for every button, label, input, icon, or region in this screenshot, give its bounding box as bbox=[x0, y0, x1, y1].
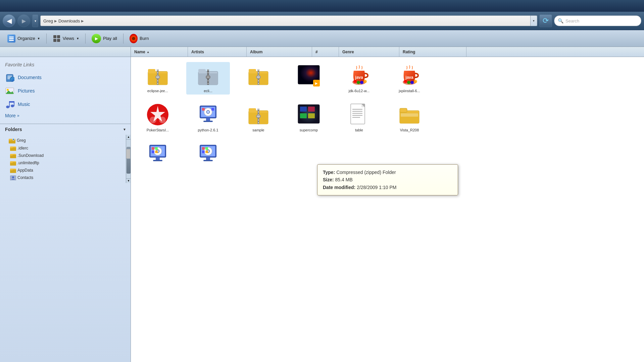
file-row-2: PokerStarsI... bbox=[136, 101, 639, 134]
col-header-rating[interactable]: Rating bbox=[399, 47, 466, 57]
address-path[interactable]: Greg ▶ Downloads ▶ bbox=[40, 15, 531, 26]
tree-item-appdata[interactable]: AppData bbox=[0, 167, 126, 174]
col-header-spacer bbox=[0, 47, 131, 57]
svg-point-66 bbox=[404, 80, 407, 83]
tree-item-greg[interactable]: Greg bbox=[0, 136, 126, 144]
file-item-table[interactable]: table bbox=[337, 101, 381, 134]
views-button[interactable]: Views ▼ bbox=[49, 33, 83, 45]
folders-header[interactable]: Folders ▾ bbox=[0, 124, 131, 135]
jdk-icon: java bbox=[347, 64, 371, 87]
zip-3-icon bbox=[247, 64, 270, 87]
documents-label: Documents bbox=[18, 75, 42, 80]
scrollbar-down-button[interactable]: ▼ bbox=[126, 178, 131, 183]
folder-small-icon-3 bbox=[10, 160, 16, 166]
col-header-name[interactable]: Name ▲ bbox=[131, 47, 188, 57]
svg-rect-114 bbox=[153, 160, 162, 161]
file-item-jdk[interactable]: java jdk-6u12-w... bbox=[337, 62, 381, 95]
svg-rect-82 bbox=[211, 108, 214, 111]
views-dropdown-icon: ▼ bbox=[76, 37, 79, 40]
scrollbar-up-button[interactable]: ▲ bbox=[126, 135, 131, 139]
file-grid: eclipse-jee... bbox=[131, 57, 644, 362]
svg-point-73 bbox=[159, 117, 166, 123]
address-dropdown-button[interactable]: ▾ bbox=[531, 15, 537, 26]
tree-item-idlerc[interactable]: .idlerc bbox=[0, 144, 126, 152]
svg-rect-127 bbox=[205, 147, 208, 150]
svg-rect-29 bbox=[10, 161, 13, 163]
music-icon bbox=[5, 100, 14, 109]
views-icon bbox=[53, 35, 61, 43]
horizontal-scrollbar-thumb[interactable] bbox=[126, 149, 131, 159]
file-item-pokerstars[interactable]: PokerStarsI... bbox=[136, 101, 180, 134]
sidebar-item-documents[interactable]: Documents bbox=[0, 71, 131, 84]
svg-rect-124 bbox=[206, 157, 210, 160]
svg-rect-0 bbox=[9, 37, 14, 38]
burn-icon bbox=[130, 35, 138, 43]
col-header-album[interactable]: Album bbox=[247, 47, 312, 57]
play-all-icon: ▶ bbox=[92, 34, 101, 43]
supercomp-label: supercomp bbox=[300, 128, 318, 132]
folder-small-icon-4 bbox=[10, 168, 16, 173]
tree-item-unlimitedftp[interactable]: .unlimitedftp bbox=[0, 159, 126, 167]
svg-text:java: java bbox=[355, 75, 363, 80]
tree-scrollbar[interactable]: ▲ ▼ bbox=[126, 135, 131, 183]
svg-point-72 bbox=[150, 117, 156, 123]
views-label: Views bbox=[63, 36, 74, 41]
sidebar-more-link[interactable]: More » bbox=[0, 111, 131, 120]
col-header-artists[interactable]: Artists bbox=[188, 47, 247, 57]
burn-button[interactable]: Burn bbox=[126, 33, 152, 45]
sidebar-item-music[interactable]: Music bbox=[0, 98, 131, 111]
refresh-button[interactable]: ⟳ bbox=[539, 14, 552, 27]
eclipse-jee-label: eclipse-jee... bbox=[147, 89, 168, 93]
file-item-setup-2[interactable] bbox=[186, 140, 230, 169]
col-header-hash[interactable]: # bbox=[312, 47, 339, 57]
svg-point-62 bbox=[360, 81, 363, 84]
file-item-python[interactable]: python-2.6.1 bbox=[186, 101, 230, 134]
file-item-eclipse-2[interactable]: ecli... bbox=[186, 62, 230, 95]
music-label: Music bbox=[18, 102, 30, 107]
toolbar-separator-2 bbox=[85, 34, 86, 44]
play-all-button[interactable]: ▶ Play all bbox=[88, 33, 120, 45]
svg-rect-37 bbox=[148, 69, 155, 73]
file-item-image[interactable]: ▶ bbox=[287, 62, 331, 95]
vista-icon bbox=[398, 103, 421, 126]
file-item-vista[interactable]: Vista_R208 bbox=[388, 101, 431, 134]
play-overlay-icon: ▶ bbox=[313, 80, 320, 86]
file-item-jxpi[interactable]: java jxpiinstall-6... bbox=[388, 62, 431, 95]
tree-greg-label: Greg bbox=[17, 138, 26, 143]
back-button[interactable]: ◀ bbox=[3, 14, 15, 27]
nav-dropdown-button[interactable]: ▾ bbox=[32, 14, 38, 27]
search-box[interactable]: 🔍 Search bbox=[554, 15, 641, 26]
svg-rect-79 bbox=[206, 118, 210, 121]
col-header-genre[interactable]: Genre bbox=[339, 47, 399, 57]
tree-sundownload-label: .SunDownload bbox=[17, 153, 44, 158]
folders-chevron-icon: ▾ bbox=[123, 127, 126, 132]
file-item-supercomp[interactable]: supercomp bbox=[287, 101, 331, 134]
svg-rect-92 bbox=[300, 107, 307, 112]
sidebar: Favorite Links Documents bbox=[0, 57, 131, 362]
svg-point-63 bbox=[363, 80, 367, 83]
forward-button[interactable]: ▶ bbox=[17, 14, 30, 27]
sidebar-item-pictures[interactable]: Pictures bbox=[0, 84, 131, 98]
contacts-icon bbox=[10, 175, 16, 180]
tree-item-sundownload[interactable]: .SunDownload bbox=[0, 152, 126, 159]
tooltip: Type: Compressed (zipped) Folder Size: 8… bbox=[317, 164, 458, 195]
svg-point-13 bbox=[11, 105, 14, 107]
breadcrumb-arrow-1: ▶ bbox=[54, 19, 57, 23]
tooltip-size-line: Size: 85.4 MB bbox=[323, 176, 452, 183]
svg-point-20 bbox=[12, 138, 14, 140]
tree-item-contacts[interactable]: Contacts bbox=[0, 174, 126, 181]
file-item-setup-1[interactable] bbox=[136, 140, 180, 169]
svg-rect-106 bbox=[400, 108, 407, 112]
file-item-sample[interactable]: sample bbox=[237, 101, 280, 134]
svg-rect-93 bbox=[308, 107, 315, 112]
python-label: python-2.6.1 bbox=[198, 128, 218, 132]
file-item-zip-3[interactable] bbox=[237, 62, 280, 95]
file-item-eclipse-jee[interactable]: eclipse-jee... bbox=[136, 62, 180, 95]
svg-rect-81 bbox=[202, 108, 205, 111]
organize-button[interactable]: Organize ▼ bbox=[4, 33, 44, 45]
svg-rect-113 bbox=[156, 157, 160, 160]
svg-point-12 bbox=[6, 106, 9, 108]
svg-rect-128 bbox=[202, 150, 205, 153]
pokerstars-label: PokerStarsI... bbox=[147, 128, 169, 132]
svg-rect-16 bbox=[9, 101, 14, 103]
